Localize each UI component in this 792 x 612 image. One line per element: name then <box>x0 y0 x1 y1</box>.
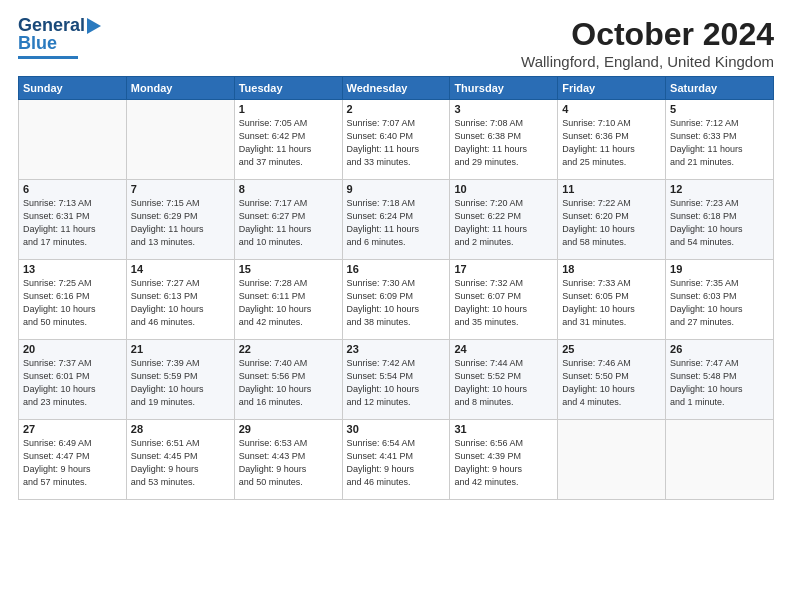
calendar-cell: 10Sunrise: 7:20 AMSunset: 6:22 PMDayligh… <box>450 180 558 260</box>
day-info: Sunrise: 7:35 AMSunset: 6:03 PMDaylight:… <box>670 277 769 329</box>
day-number: 30 <box>347 423 446 435</box>
day-number: 5 <box>670 103 769 115</box>
day-info: Sunrise: 7:30 AMSunset: 6:09 PMDaylight:… <box>347 277 446 329</box>
calendar-cell: 15Sunrise: 7:28 AMSunset: 6:11 PMDayligh… <box>234 260 342 340</box>
calendar-body: 1Sunrise: 7:05 AMSunset: 6:42 PMDaylight… <box>19 100 774 500</box>
col-monday: Monday <box>126 77 234 100</box>
calendar-week-0: 1Sunrise: 7:05 AMSunset: 6:42 PMDaylight… <box>19 100 774 180</box>
calendar-week-1: 6Sunrise: 7:13 AMSunset: 6:31 PMDaylight… <box>19 180 774 260</box>
calendar-cell: 21Sunrise: 7:39 AMSunset: 5:59 PMDayligh… <box>126 340 234 420</box>
day-number: 31 <box>454 423 553 435</box>
day-number: 28 <box>131 423 230 435</box>
logo-text-blue: Blue <box>18 34 57 54</box>
calendar-header: Sunday Monday Tuesday Wednesday Thursday… <box>19 77 774 100</box>
day-number: 12 <box>670 183 769 195</box>
day-info: Sunrise: 7:10 AMSunset: 6:36 PMDaylight:… <box>562 117 661 169</box>
day-info: Sunrise: 7:25 AMSunset: 6:16 PMDaylight:… <box>23 277 122 329</box>
calendar-cell: 28Sunrise: 6:51 AMSunset: 4:45 PMDayligh… <box>126 420 234 500</box>
day-number: 14 <box>131 263 230 275</box>
day-number: 21 <box>131 343 230 355</box>
day-number: 11 <box>562 183 661 195</box>
day-info: Sunrise: 7:37 AMSunset: 6:01 PMDaylight:… <box>23 357 122 409</box>
day-info: Sunrise: 7:22 AMSunset: 6:20 PMDaylight:… <box>562 197 661 249</box>
title-block: October 2024 Wallingford, England, Unite… <box>521 16 774 70</box>
day-info: Sunrise: 7:32 AMSunset: 6:07 PMDaylight:… <box>454 277 553 329</box>
calendar-cell: 29Sunrise: 6:53 AMSunset: 4:43 PMDayligh… <box>234 420 342 500</box>
calendar-cell: 9Sunrise: 7:18 AMSunset: 6:24 PMDaylight… <box>342 180 450 260</box>
day-info: Sunrise: 6:51 AMSunset: 4:45 PMDaylight:… <box>131 437 230 489</box>
day-info: Sunrise: 7:40 AMSunset: 5:56 PMDaylight:… <box>239 357 338 409</box>
day-number: 22 <box>239 343 338 355</box>
day-info: Sunrise: 7:33 AMSunset: 6:05 PMDaylight:… <box>562 277 661 329</box>
calendar-week-2: 13Sunrise: 7:25 AMSunset: 6:16 PMDayligh… <box>19 260 774 340</box>
day-info: Sunrise: 6:54 AMSunset: 4:41 PMDaylight:… <box>347 437 446 489</box>
day-number: 8 <box>239 183 338 195</box>
day-number: 4 <box>562 103 661 115</box>
day-info: Sunrise: 7:23 AMSunset: 6:18 PMDaylight:… <box>670 197 769 249</box>
calendar-cell: 30Sunrise: 6:54 AMSunset: 4:41 PMDayligh… <box>342 420 450 500</box>
day-number: 17 <box>454 263 553 275</box>
col-friday: Friday <box>558 77 666 100</box>
day-number: 1 <box>239 103 338 115</box>
calendar-cell: 1Sunrise: 7:05 AMSunset: 6:42 PMDaylight… <box>234 100 342 180</box>
calendar-cell: 18Sunrise: 7:33 AMSunset: 6:05 PMDayligh… <box>558 260 666 340</box>
col-wednesday: Wednesday <box>342 77 450 100</box>
day-number: 19 <box>670 263 769 275</box>
calendar-cell <box>19 100 127 180</box>
location: Wallingford, England, United Kingdom <box>521 53 774 70</box>
calendar-cell <box>126 100 234 180</box>
col-thursday: Thursday <box>450 77 558 100</box>
calendar-cell: 23Sunrise: 7:42 AMSunset: 5:54 PMDayligh… <box>342 340 450 420</box>
calendar-cell: 3Sunrise: 7:08 AMSunset: 6:38 PMDaylight… <box>450 100 558 180</box>
day-number: 18 <box>562 263 661 275</box>
page: General Blue October 2024 Wallingford, E… <box>0 0 792 612</box>
col-tuesday: Tuesday <box>234 77 342 100</box>
calendar-cell: 14Sunrise: 7:27 AMSunset: 6:13 PMDayligh… <box>126 260 234 340</box>
calendar-cell: 6Sunrise: 7:13 AMSunset: 6:31 PMDaylight… <box>19 180 127 260</box>
calendar-cell: 5Sunrise: 7:12 AMSunset: 6:33 PMDaylight… <box>666 100 774 180</box>
day-number: 20 <box>23 343 122 355</box>
day-number: 25 <box>562 343 661 355</box>
day-info: Sunrise: 7:20 AMSunset: 6:22 PMDaylight:… <box>454 197 553 249</box>
header: General Blue October 2024 Wallingford, E… <box>18 16 774 70</box>
calendar-table: Sunday Monday Tuesday Wednesday Thursday… <box>18 76 774 500</box>
calendar-week-4: 27Sunrise: 6:49 AMSunset: 4:47 PMDayligh… <box>19 420 774 500</box>
calendar-cell: 31Sunrise: 6:56 AMSunset: 4:39 PMDayligh… <box>450 420 558 500</box>
day-number: 7 <box>131 183 230 195</box>
day-number: 24 <box>454 343 553 355</box>
day-info: Sunrise: 7:05 AMSunset: 6:42 PMDaylight:… <box>239 117 338 169</box>
logo-arrow-icon <box>87 18 101 34</box>
calendar-cell: 12Sunrise: 7:23 AMSunset: 6:18 PMDayligh… <box>666 180 774 260</box>
calendar-cell: 24Sunrise: 7:44 AMSunset: 5:52 PMDayligh… <box>450 340 558 420</box>
day-info: Sunrise: 7:18 AMSunset: 6:24 PMDaylight:… <box>347 197 446 249</box>
calendar-cell <box>558 420 666 500</box>
day-info: Sunrise: 7:17 AMSunset: 6:27 PMDaylight:… <box>239 197 338 249</box>
day-number: 9 <box>347 183 446 195</box>
calendar-cell: 11Sunrise: 7:22 AMSunset: 6:20 PMDayligh… <box>558 180 666 260</box>
calendar-cell: 4Sunrise: 7:10 AMSunset: 6:36 PMDaylight… <box>558 100 666 180</box>
calendar-cell: 13Sunrise: 7:25 AMSunset: 6:16 PMDayligh… <box>19 260 127 340</box>
calendar-cell: 17Sunrise: 7:32 AMSunset: 6:07 PMDayligh… <box>450 260 558 340</box>
day-info: Sunrise: 7:07 AMSunset: 6:40 PMDaylight:… <box>347 117 446 169</box>
calendar-cell: 7Sunrise: 7:15 AMSunset: 6:29 PMDaylight… <box>126 180 234 260</box>
day-info: Sunrise: 7:44 AMSunset: 5:52 PMDaylight:… <box>454 357 553 409</box>
day-info: Sunrise: 7:46 AMSunset: 5:50 PMDaylight:… <box>562 357 661 409</box>
col-saturday: Saturday <box>666 77 774 100</box>
day-info: Sunrise: 6:49 AMSunset: 4:47 PMDaylight:… <box>23 437 122 489</box>
calendar-cell: 25Sunrise: 7:46 AMSunset: 5:50 PMDayligh… <box>558 340 666 420</box>
day-info: Sunrise: 7:08 AMSunset: 6:38 PMDaylight:… <box>454 117 553 169</box>
calendar-week-3: 20Sunrise: 7:37 AMSunset: 6:01 PMDayligh… <box>19 340 774 420</box>
day-number: 15 <box>239 263 338 275</box>
calendar-cell <box>666 420 774 500</box>
calendar-cell: 19Sunrise: 7:35 AMSunset: 6:03 PMDayligh… <box>666 260 774 340</box>
day-info: Sunrise: 6:56 AMSunset: 4:39 PMDaylight:… <box>454 437 553 489</box>
day-info: Sunrise: 7:13 AMSunset: 6:31 PMDaylight:… <box>23 197 122 249</box>
logo: General Blue <box>18 16 101 59</box>
day-number: 6 <box>23 183 122 195</box>
col-sunday: Sunday <box>19 77 127 100</box>
day-info: Sunrise: 7:42 AMSunset: 5:54 PMDaylight:… <box>347 357 446 409</box>
day-info: Sunrise: 7:15 AMSunset: 6:29 PMDaylight:… <box>131 197 230 249</box>
day-info: Sunrise: 7:28 AMSunset: 6:11 PMDaylight:… <box>239 277 338 329</box>
day-number: 23 <box>347 343 446 355</box>
day-number: 27 <box>23 423 122 435</box>
